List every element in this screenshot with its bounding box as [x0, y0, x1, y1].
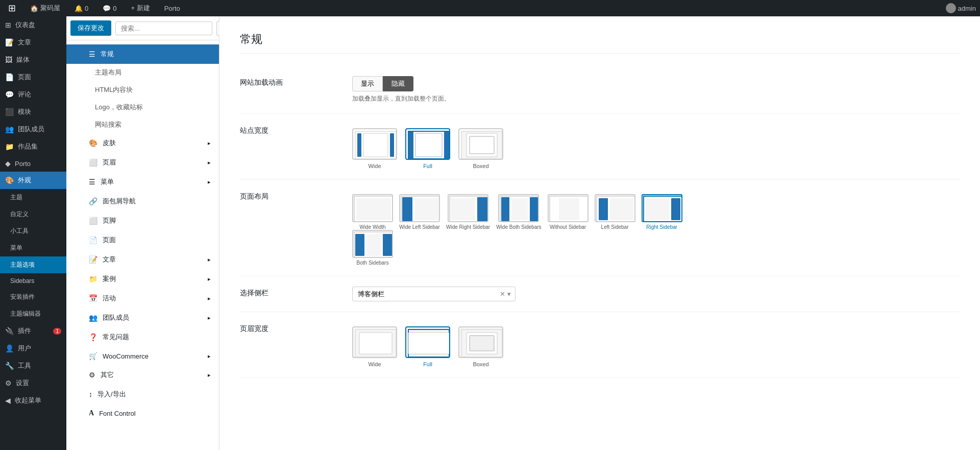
sidebar-item-modules[interactable]: ⬛ 模块 [0, 103, 66, 121]
nav-item-general[interactable]: ☰ 常规 [66, 44, 219, 64]
pl-wide-both-card [498, 194, 539, 222]
nav-sub-html-block[interactable]: HTML内容块 [66, 81, 219, 99]
admin-avatar [946, 3, 956, 13]
sidebar-item-theme[interactable]: 主题 [0, 189, 66, 206]
settings-icon: ⚙ [5, 379, 12, 387]
pl-right-sidebar[interactable]: Right Sidebar [642, 194, 682, 230]
nav-item-page[interactable]: 📄 页面 [66, 230, 219, 250]
hw-boxed-card [458, 326, 503, 358]
adminbar-new[interactable]: + 新建 [127, 0, 154, 16]
theme-layout-label: 主题布局 [95, 68, 121, 76]
nav-sub-theme-layout[interactable]: 主题布局 [66, 64, 219, 81]
pl-without-sidebar-label: Without Sidebar [550, 224, 586, 230]
sidebar-item-comments[interactable]: 💬 评论 [0, 86, 66, 103]
site-width-wide[interactable]: Wide [352, 128, 397, 169]
sidebar-item-pages[interactable]: 📄 页面 [0, 68, 66, 86]
portfolio-label: 作品集 [18, 142, 38, 151]
general-icon: ☰ [89, 50, 95, 58]
dashboard-icon: ⊞ [5, 21, 11, 29]
pl-left-sidebar-card [595, 194, 635, 222]
site-width-boxed[interactable]: Boxed [458, 128, 503, 169]
sidebar-item-porto[interactable]: ◆ Porto [0, 155, 66, 172]
header-icon: ⬜ [89, 158, 97, 167]
sidebar-item-customize[interactable]: 自定义 [0, 206, 66, 223]
sidebar-select[interactable]: 博客侧栏 [353, 287, 496, 301]
nav-item-import-export[interactable]: ↕ 导入/导出 [66, 385, 219, 404]
select-clear-icon[interactable]: ✕ [500, 290, 505, 298]
sidebar-item-portfolio[interactable]: 📁 作品集 [0, 138, 66, 155]
toggle-show[interactable]: 显示 [352, 76, 383, 91]
pl-wide-left[interactable]: Wide Left Sidebar [399, 194, 440, 230]
nav-item-faq[interactable]: ❓ 常见问题 [66, 327, 219, 347]
hw-wide[interactable]: Wide [352, 326, 397, 367]
woocommerce-label: WooCommerce [103, 352, 149, 360]
sidebar-item-team[interactable]: 👥 团队成员 [0, 121, 66, 138]
adminbar-comments[interactable]: 💬 0 [99, 0, 120, 16]
nav-item-article[interactable]: 📝 文章 ▸ [66, 250, 219, 269]
pl-without-sidebar-svg [549, 195, 589, 222]
sidebar-item-appearance[interactable]: 🎨 外观 [0, 172, 66, 189]
save-button[interactable]: 保存更改 [70, 20, 111, 36]
sidebar-item-plugins[interactable]: 🔌 插件 1 [0, 322, 66, 340]
adminbar-updates[interactable]: 🔔 0 [70, 0, 92, 16]
media-label: 媒体 [16, 55, 30, 64]
pl-wide-right[interactable]: Wide Right Sidebar [446, 194, 490, 230]
adminbar-site[interactable]: 🏠 聚码屋 [26, 0, 64, 16]
nav-sub-logo[interactable]: Logo，收藏站标 [66, 99, 219, 116]
nav-item-menu-nav[interactable]: ☰ 菜单 ▸ [66, 172, 219, 192]
nav-item-skin[interactable]: 🎨 皮肤 ▸ [66, 133, 219, 153]
pl-both-sidebars[interactable]: Both Sidebars [352, 230, 393, 266]
sidebar-item-sidebars[interactable]: Sidebars [0, 273, 66, 289]
pl-wide-width[interactable]: Wide Width [352, 194, 393, 230]
sidebar-item-tools[interactable]: 🔧 工具 [0, 357, 66, 374]
tools-label: 工具 [18, 361, 31, 370]
modules-label: 模块 [18, 107, 31, 116]
sidebar-item-media[interactable]: 🖼 媒体 [0, 51, 66, 68]
nav-item-other[interactable]: ⚙ 其它 ▸ [66, 365, 219, 385]
pl-wide-both[interactable]: Wide Both Sidebars [496, 194, 541, 230]
sidebar-item-collapse[interactable]: ◀ 收起菜单 [0, 392, 66, 409]
adminbar-porto[interactable]: Porto [160, 0, 184, 16]
select-chevron-icon[interactable]: ▾ [507, 290, 511, 298]
search-label: 网站搜索 [95, 121, 121, 128]
svg-rect-14 [402, 197, 412, 221]
svg-rect-5 [408, 131, 413, 159]
nav-item-events[interactable]: 📅 活动 ▸ [66, 289, 219, 308]
pl-wide-right-label: Wide Right Sidebar [446, 224, 490, 230]
nav-item-portfolio[interactable]: 📁 案例 ▸ [66, 269, 219, 289]
nav-item-breadcrumb[interactable]: 🔗 面包屑导航 [66, 192, 219, 211]
sidebar-item-menu[interactable]: 菜单 [0, 240, 66, 256]
nav-sub-search[interactable]: 网站搜索 [66, 116, 219, 133]
sidebar-item-settings[interactable]: ⚙ 设置 [0, 374, 66, 392]
svg-rect-12 [356, 198, 391, 220]
sidebar-item-widgets[interactable]: 小工具 [0, 223, 66, 240]
nav-item-team-members[interactable]: 👥 团队成员 ▸ [66, 308, 219, 327]
sidebar-item-dashboard[interactable]: ⊞ 仪表盘 [0, 16, 66, 34]
nav-item-header[interactable]: ⬜ 页眉 ▸ [66, 153, 219, 172]
site-width-full[interactable]: Full [405, 128, 450, 169]
posts-icon: 📝 [5, 38, 14, 46]
hw-full[interactable]: Full [405, 326, 450, 367]
sidebar-item-posts[interactable]: 📝 文章 [0, 34, 66, 51]
toggle-hide[interactable]: 隐藏 [383, 76, 413, 91]
pl-both-sidebars-label: Both Sidebars [357, 260, 389, 266]
team-icon: 👥 [5, 125, 14, 133]
sidebar-item-theme-options[interactable]: 主题选项 [0, 256, 66, 273]
search-input[interactable] [115, 21, 212, 35]
pl-wide-width-label: Wide Width [359, 224, 385, 230]
sidebar-item-users[interactable]: 👤 用户 [0, 340, 66, 357]
nav-item-font-control[interactable]: A Font Control [66, 404, 219, 422]
pl-left-sidebar[interactable]: Left Sidebar [595, 194, 635, 230]
hw-boxed[interactable]: Boxed [458, 326, 503, 367]
comments-icon: 💬 [103, 5, 111, 12]
adminbar-logo[interactable]: ⊞ [4, 0, 20, 16]
general-label: 常规 [101, 50, 114, 59]
hw-wide-svg [353, 327, 397, 358]
sidebar-item-install-plugins[interactable]: 安装插件 [0, 289, 66, 305]
nav-item-footer[interactable]: ⬜ 页脚 [66, 211, 219, 230]
sidebar-item-theme-editor[interactable]: 主题编辑器 [0, 305, 66, 322]
svg-rect-18 [451, 198, 475, 220]
nav-item-woocommerce[interactable]: 🛒 WooCommerce ▸ [66, 347, 219, 365]
svg-rect-22 [511, 198, 528, 220]
pl-without-sidebar[interactable]: Without Sidebar [548, 194, 589, 230]
